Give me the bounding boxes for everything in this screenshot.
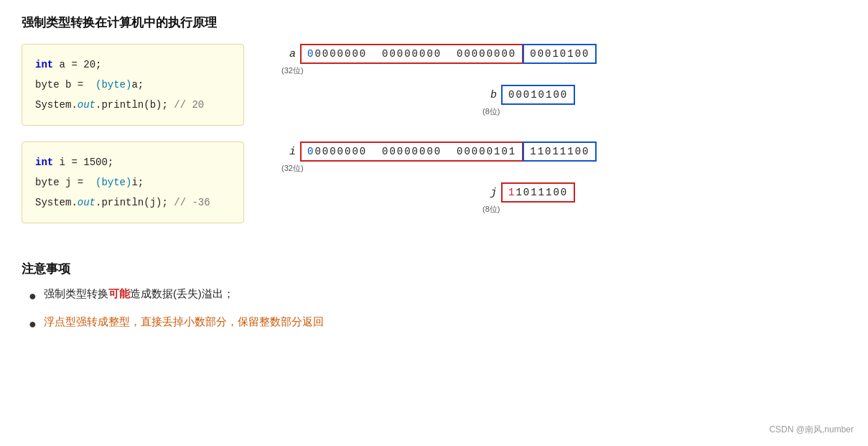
watermark: CSDN @南风,number	[769, 424, 854, 436]
code-line-4: int i = 1500;	[35, 152, 230, 172]
code-line-3: System.out.println(b); // 20	[35, 95, 230, 115]
notes-title: 注意事项	[22, 261, 846, 277]
example1-section: int a = 20; byte b = (byte)a; System.out…	[22, 44, 846, 126]
sub-label-i: (32位)	[280, 163, 846, 174]
var-label-i: i	[280, 146, 296, 158]
bits-b: 00010100	[501, 85, 575, 105]
notes-list: ● 强制类型转换可能造成数据(丢失)溢出； ● 浮点型强转成整型，直接丢掉小数部…	[22, 287, 846, 333]
sub-label-a: (32位)	[280, 65, 846, 76]
code-line-2: byte b = (byte)a;	[35, 75, 230, 95]
bits-row-b: b 00010100	[481, 85, 846, 105]
sub-label-j: (8位)	[481, 204, 846, 215]
comment-2: // -36	[174, 197, 210, 208]
sub-label-b: (8位)	[481, 106, 846, 117]
keyword-out-2: out	[78, 197, 95, 208]
page-title: 强制类型转换在计算机中的执行原理	[22, 14, 846, 31]
var-label-a: a	[280, 48, 296, 60]
bits-row-i: i 00000000 00000000 00000101 11011100	[280, 141, 846, 162]
section-gap	[22, 239, 846, 254]
bullet-2: ●	[29, 315, 37, 333]
note-text-2: 浮点型强转成整型，直接丢掉小数部分，保留整数部分返回	[44, 315, 324, 329]
row-a: a 00000000 00000000 00000000 00010100 (3…	[280, 44, 846, 76]
bullet-1: ●	[29, 287, 37, 305]
example1-diagram: a 00000000 00000000 00000000 00010100 (3…	[244, 44, 846, 117]
code-line-6: System.out.println(j); // -36	[35, 192, 230, 213]
note-highlight-1: 可能	[108, 287, 130, 299]
note-prefix-1: 强制类型转换	[44, 287, 108, 299]
var-label-j: j	[481, 187, 497, 199]
bits-a-right: 00010100	[523, 44, 597, 64]
bits-i-right: 11011100	[523, 141, 597, 162]
keyword-int-2: int	[35, 157, 53, 168]
note-item-2: ● 浮点型强转成整型，直接丢掉小数部分，保留整数部分返回	[29, 315, 846, 333]
example1-code: int a = 20; byte b = (byte)a; System.out…	[22, 44, 244, 126]
bits-row-a: a 00000000 00000000 00000000 00010100	[280, 44, 846, 64]
example2-diagram: i 00000000 00000000 00000101 11011100 (3…	[244, 141, 846, 215]
note-middle-1: 造成数据(丢失)溢出；	[130, 287, 234, 299]
var-label-b: b	[481, 89, 497, 101]
bits-a-left: 00000000 00000000 00000000	[300, 44, 523, 64]
comment-1: // 20	[174, 99, 204, 111]
bits-row-j: j 11011100	[481, 182, 846, 203]
keyword-int-1: int	[35, 59, 53, 70]
note-text-1: 强制类型转换可能造成数据(丢失)溢出；	[44, 287, 234, 301]
row-j: j 11011100 (8位)	[481, 182, 846, 215]
bits-j: 11011100	[501, 182, 575, 203]
row-i: i 00000000 00000000 00000101 11011100 (3…	[280, 141, 846, 174]
bits-i-left: 00000000 00000000 00000101	[300, 141, 523, 162]
code-line-5: byte j = (byte)i;	[35, 172, 230, 192]
cast-byte-2: (byte)	[95, 177, 131, 188]
note-item-1: ● 强制类型转换可能造成数据(丢失)溢出；	[29, 287, 846, 305]
keyword-out-1: out	[78, 99, 95, 111]
example2-code: int i = 1500; byte j = (byte)i; System.o…	[22, 141, 244, 223]
bit-zero-i: 0	[307, 146, 314, 157]
example2-section: int i = 1500; byte j = (byte)i; System.o…	[22, 141, 846, 223]
bit-zero-a: 0	[307, 48, 314, 60]
cast-byte-1: (byte)	[95, 79, 131, 90]
row-b: b 00010100 (8位)	[481, 85, 846, 117]
code-line-1: int a = 20;	[35, 55, 230, 75]
bit-one-j: 1	[508, 187, 515, 198]
